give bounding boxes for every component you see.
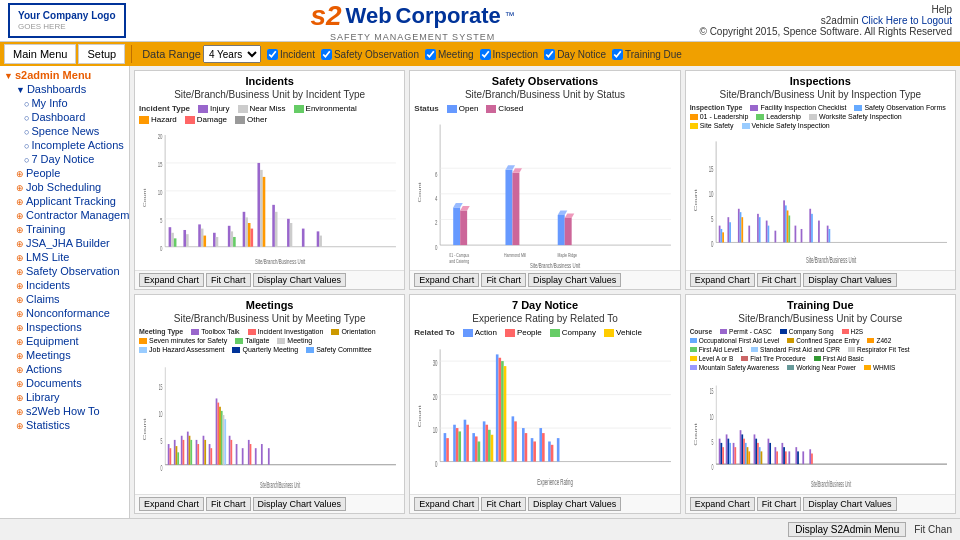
svg-rect-27 bbox=[257, 163, 260, 247]
main-menu-button[interactable]: Main Menu bbox=[4, 44, 76, 64]
chart-inspections-footer: Expand Chart Fit Chart Display Chart Val… bbox=[686, 270, 955, 289]
filter-training-due-checkbox[interactable] bbox=[612, 49, 623, 60]
svg-rect-192 bbox=[739, 430, 741, 464]
svg-rect-133 bbox=[255, 448, 257, 465]
svg-text:and Catering: and Catering bbox=[450, 259, 470, 265]
svg-text:Site/Branch/Business Unit: Site/Branch/Business Unit bbox=[255, 258, 306, 265]
svg-rect-187 bbox=[725, 435, 727, 465]
filter-day-notice-checkbox[interactable] bbox=[544, 49, 555, 60]
svg-rect-12 bbox=[174, 239, 177, 247]
sidebar-item-training[interactable]: ⊕Training bbox=[0, 222, 129, 236]
meetings-expand-btn[interactable]: Expand Chart bbox=[139, 497, 204, 511]
svg-rect-151 bbox=[459, 432, 462, 462]
chart-safety-obs-title: Safety Observations bbox=[410, 71, 679, 89]
filter-training-due-label: Training Due bbox=[625, 49, 682, 60]
7day-display-btn[interactable]: Display Chart Values bbox=[528, 497, 621, 511]
data-range-select[interactable]: 4 Years 1 Year 2 Years 3 Years bbox=[203, 45, 261, 63]
incidents-display-btn[interactable]: Display Chart Values bbox=[253, 273, 346, 287]
chart-incidents-legend: Incident Type Injury Near Miss Environme… bbox=[135, 102, 404, 126]
svg-rect-168 bbox=[525, 433, 528, 461]
svg-text:Count: Count bbox=[693, 423, 697, 446]
svg-rect-52 bbox=[558, 215, 565, 245]
sidebar-item-library[interactable]: ⊕Library bbox=[0, 390, 129, 404]
svg-rect-29 bbox=[263, 177, 266, 247]
sidebar-item-actions[interactable]: ⊕Actions bbox=[0, 362, 129, 376]
sidebar-item-7day-notice[interactable]: ○7 Day Notice bbox=[0, 152, 129, 166]
sidebar-item-inspections[interactable]: ⊕Inspections bbox=[0, 320, 129, 334]
safety-obs-display-btn[interactable]: Display Chart Values bbox=[528, 273, 621, 287]
inspections-display-btn[interactable]: Display Chart Values bbox=[803, 273, 896, 287]
chart-safety-obs-legend: Status Open Closed bbox=[410, 102, 679, 115]
inspections-fit-btn[interactable]: Fit Chart bbox=[757, 273, 802, 287]
svg-rect-34 bbox=[302, 229, 305, 247]
svg-rect-123 bbox=[219, 407, 221, 465]
svg-rect-150 bbox=[456, 428, 459, 461]
svg-text:15: 15 bbox=[708, 164, 713, 173]
sidebar-item-contractor-management[interactable]: ⊕Contractor Management bbox=[0, 208, 129, 222]
navbar: Main Menu Setup Data Range 4 Years 1 Yea… bbox=[0, 42, 960, 66]
setup-button[interactable]: Setup bbox=[78, 44, 125, 64]
svg-rect-11 bbox=[171, 233, 174, 247]
filter-inspection: Inspection bbox=[480, 49, 539, 60]
svg-rect-149 bbox=[454, 425, 457, 462]
safety-obs-expand-btn[interactable]: Expand Chart bbox=[414, 273, 479, 287]
sidebar-item-lms-lite[interactable]: ⊕LMS Lite bbox=[0, 250, 129, 264]
filter-inspection-checkbox[interactable] bbox=[480, 49, 491, 60]
svg-rect-152 bbox=[464, 420, 467, 462]
sidebar-item-incomplete-actions[interactable]: ○Incomplete Actions bbox=[0, 138, 129, 152]
chart-training-due: Training Due Site/Branch/Business Unit b… bbox=[685, 294, 956, 514]
sidebar-item-my-info[interactable]: ○My Info bbox=[0, 96, 129, 110]
filter-meeting-checkbox[interactable] bbox=[425, 49, 436, 60]
incidents-fit-btn[interactable]: Fit Chart bbox=[206, 273, 251, 287]
chart-meetings-subtitle: Site/Branch/Business Unit by Meeting Typ… bbox=[135, 313, 404, 326]
filter-incident-checkbox[interactable] bbox=[267, 49, 278, 60]
sidebar-item-jsa-jha-builder[interactable]: ⊕JSA_JHA Builder bbox=[0, 236, 129, 250]
chart-training-footer: Expand Chart Fit Chart Display Chart Val… bbox=[686, 494, 955, 513]
training-expand-btn[interactable]: Expand Chart bbox=[690, 497, 755, 511]
sidebar-item-dashboard[interactable]: ○Dashboard bbox=[0, 110, 129, 124]
filter-safety-observation-checkbox[interactable] bbox=[321, 49, 332, 60]
meetings-fit-btn[interactable]: Fit Chart bbox=[206, 497, 251, 511]
sidebar-item-incidents[interactable]: ⊕Incidents bbox=[0, 278, 129, 292]
inspections-expand-btn[interactable]: Expand Chart bbox=[690, 273, 755, 287]
sidebar-item-documents[interactable]: ⊕Documents bbox=[0, 376, 129, 390]
7day-expand-btn[interactable]: Expand Chart bbox=[414, 497, 479, 511]
sidebar-item-s2admin-menu[interactable]: ▼s2admin Menu bbox=[0, 68, 129, 82]
sidebar-item-statistics[interactable]: ⊕Statistics bbox=[0, 418, 129, 432]
svg-rect-28 bbox=[260, 170, 263, 247]
training-display-btn[interactable]: Display Chart Values bbox=[803, 497, 896, 511]
logout-link[interactable]: Click Here to Logout bbox=[861, 15, 952, 26]
safety-obs-fit-btn[interactable]: Fit Chart bbox=[481, 273, 526, 287]
sidebar-item-nonconformance[interactable]: ⊕Nonconformance bbox=[0, 306, 129, 320]
7day-fit-btn[interactable]: Fit Chart bbox=[481, 497, 526, 511]
svg-marker-55 bbox=[460, 206, 470, 211]
sidebar-item-meetings[interactable]: ⊕Meetings bbox=[0, 348, 129, 362]
incidents-expand-btn[interactable]: Expand Chart bbox=[139, 273, 204, 287]
svg-text:20: 20 bbox=[158, 133, 163, 140]
svg-rect-87 bbox=[785, 206, 787, 243]
sidebar-item-equipment[interactable]: ⊕Equipment bbox=[0, 334, 129, 348]
svg-rect-86 bbox=[783, 201, 785, 243]
sidebar-item-people[interactable]: ⊕People bbox=[0, 166, 129, 180]
svg-text:Count: Count bbox=[693, 189, 698, 212]
sidebar-item-applicant-tracking[interactable]: ⊕Applicant Tracking bbox=[0, 194, 129, 208]
sidebar-item-spence-news[interactable]: ○Spence News bbox=[0, 124, 129, 138]
svg-rect-127 bbox=[229, 436, 231, 465]
svg-rect-164 bbox=[504, 366, 507, 461]
svg-marker-54 bbox=[454, 203, 464, 208]
svg-text:10: 10 bbox=[708, 190, 713, 199]
svg-rect-162 bbox=[499, 358, 502, 462]
training-fit-btn[interactable]: Fit Chart bbox=[757, 497, 802, 511]
sidebar-item-job-scheduling[interactable]: ⊕Job Scheduling bbox=[0, 180, 129, 194]
svg-rect-83 bbox=[765, 221, 767, 243]
sidebar-item-s2web-how-to[interactable]: ⊕s2Web How To bbox=[0, 404, 129, 418]
sidebar-item-safety-observation[interactable]: ⊕Safety Observation bbox=[0, 264, 129, 278]
svg-text:10: 10 bbox=[159, 410, 163, 419]
meetings-display-btn[interactable]: Display Chart Values bbox=[253, 497, 346, 511]
display-s2admin-menu-btn[interactable]: Display S2Admin Menu bbox=[788, 522, 906, 537]
sidebar-item-claims[interactable]: ⊕Claims bbox=[0, 292, 129, 306]
svg-rect-84 bbox=[767, 226, 769, 243]
sidebar-item-dashboards[interactable]: ▼Dashboards bbox=[0, 82, 129, 96]
svg-rect-130 bbox=[242, 448, 244, 465]
chart-safety-obs-footer: Expand Chart Fit Chart Display Chart Val… bbox=[410, 270, 679, 289]
